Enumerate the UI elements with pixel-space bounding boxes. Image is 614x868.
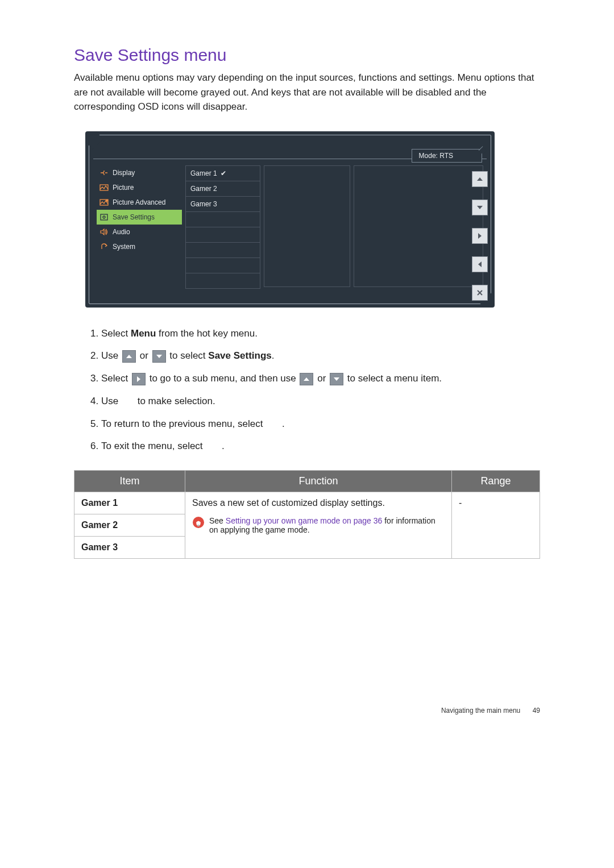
sidebar-item-picture-adv[interactable]: Picture Advanced [97, 195, 182, 210]
save-settings-icon [99, 213, 109, 221]
osd-option-gamer2[interactable]: Gamer 2 [185, 181, 260, 197]
cell-gamer1: Gamer 1 [74, 492, 185, 514]
svg-rect-6 [197, 525, 200, 526]
option-label: Gamer 1 [190, 169, 217, 177]
svg-rect-3 [101, 214, 107, 220]
step-6: To exit the menu, select . [101, 439, 540, 453]
osd-option-empty [185, 242, 260, 258]
footer-page-number: 49 [533, 707, 540, 715]
picture-advanced-icon [99, 198, 109, 206]
osd-values-area [354, 165, 483, 287]
intro-paragraph: Available menu options may vary dependin… [74, 70, 540, 114]
down-arrow-icon [152, 350, 166, 363]
nav-exit-button[interactable] [472, 285, 488, 301]
osd-option-empty [185, 211, 260, 227]
osd-nav-buttons [472, 171, 488, 301]
function-table: Item Function Range Gamer 1 Saves a new … [74, 470, 540, 559]
osd-option-empty [185, 273, 260, 289]
check-icon: ✔ [221, 169, 226, 177]
option-label: Gamer 3 [190, 200, 217, 208]
osd-column-3 [354, 165, 483, 302]
sidebar-item-label: Picture [113, 184, 134, 192]
cell-function: Saves a new set of customized display se… [185, 492, 452, 559]
sidebar-item-label: Picture Advanced [113, 198, 165, 206]
footer-section: Navigating the main menu [441, 707, 520, 715]
down-arrow-icon [330, 373, 343, 385]
tip-icon [192, 516, 205, 529]
nav-left-button[interactable] [472, 256, 488, 272]
tip-note: See Setting up your own game mode on pag… [192, 516, 445, 534]
osd-screenshot: Mode: RTS Display Picture [85, 131, 495, 308]
osd-preview-area [264, 165, 350, 287]
audio-icon [99, 228, 109, 236]
page-footer: Navigating the main menu 49 [74, 707, 540, 715]
sidebar-item-picture[interactable]: Picture [97, 180, 182, 195]
instruction-steps: Select Menu from the hot key menu. Use o… [88, 327, 540, 454]
cell-gamer3: Gamer 3 [74, 537, 185, 559]
cell-range: - [452, 492, 540, 559]
up-arrow-icon [122, 350, 136, 363]
sidebar-item-label: Audio [113, 228, 130, 236]
osd-column-1: Gamer 1 ✔ Gamer 2 Gamer 3 [185, 165, 260, 302]
svg-point-4 [103, 216, 105, 218]
page-heading: Save Settings menu [74, 45, 540, 65]
sidebar-item-system[interactable]: System [97, 239, 182, 254]
osd-option-gamer3[interactable]: Gamer 3 [185, 196, 260, 212]
osd-sidebar: Display Picture Picture Advanced [97, 165, 182, 302]
function-description: Saves a new set of customized display se… [192, 498, 445, 508]
sidebar-item-save-settings[interactable]: Save Settings [97, 210, 182, 225]
svg-point-2 [106, 200, 108, 202]
step-1: Select Menu from the hot key menu. [101, 327, 540, 340]
cell-gamer2: Gamer 2 [74, 514, 185, 537]
th-item: Item [74, 471, 185, 492]
step-3: Select to go to a sub menu, and then use… [101, 372, 540, 385]
nav-right-button[interactable] [472, 228, 488, 244]
th-range: Range [452, 471, 540, 492]
sidebar-item-label: System [113, 243, 135, 251]
nav-down-button[interactable] [472, 200, 488, 215]
sidebar-item-label: Save Settings [113, 213, 155, 221]
sidebar-item-display[interactable]: Display [97, 165, 182, 180]
th-function: Function [185, 471, 452, 492]
step-4: Use to make selection. [101, 394, 540, 408]
right-arrow-icon [132, 373, 146, 385]
system-icon [99, 243, 109, 251]
osd-option-empty [185, 227, 260, 243]
option-label: Gamer 2 [190, 185, 217, 193]
display-icon [99, 169, 109, 177]
mode-indicator: Mode: RTS [412, 149, 482, 163]
osd-option-gamer1[interactable]: Gamer 1 ✔ [185, 165, 260, 181]
step-5: To return to the previous menu, select . [101, 417, 540, 431]
step-2: Use or to select Save Settings. [101, 349, 540, 363]
osd-option-empty [185, 258, 260, 273]
up-arrow-icon [300, 373, 313, 385]
sidebar-item-label: Display [113, 169, 135, 177]
nav-up-button[interactable] [472, 171, 488, 187]
osd-column-2 [264, 165, 350, 302]
sidebar-item-audio[interactable]: Audio [97, 225, 182, 239]
tip-link[interactable]: Setting up your own game mode on page 36 [226, 516, 383, 525]
picture-icon [99, 184, 109, 192]
osd-panel: Mode: RTS Display Picture [85, 131, 495, 308]
